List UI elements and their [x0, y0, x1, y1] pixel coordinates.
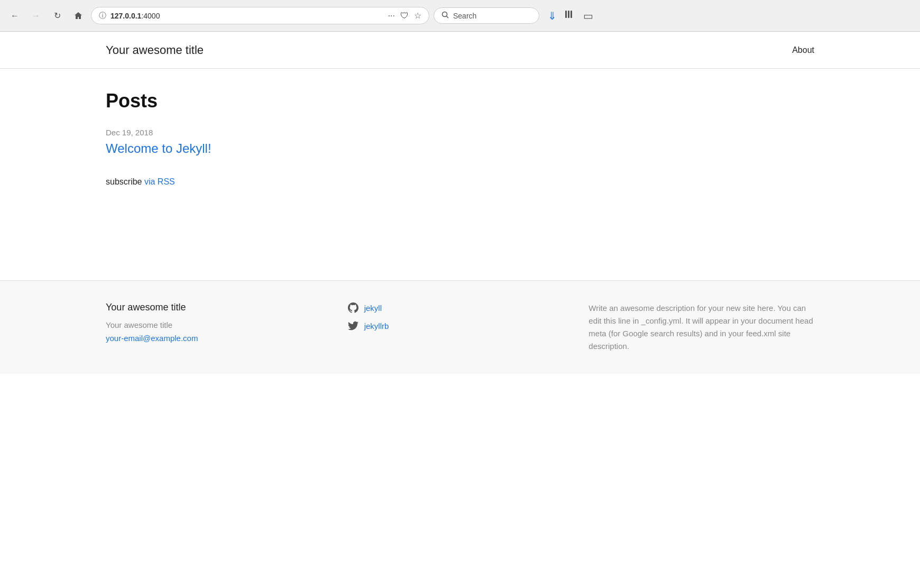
twitter-icon	[347, 320, 359, 332]
nav-about-link[interactable]: About	[792, 45, 814, 54]
site-header: Your awesome title About	[0, 32, 920, 69]
footer-col-2: jekyll jekyllrb	[347, 302, 573, 353]
footer-col-3: Write an awesome description for your ne…	[588, 302, 814, 353]
svg-line-1	[447, 16, 449, 19]
post-date: Dec 19, 2018	[106, 128, 814, 137]
pocket-icon[interactable]: 🛡	[400, 11, 409, 21]
github-link[interactable]: jekyll	[347, 302, 573, 314]
subscribe-label: subscribe	[106, 177, 142, 186]
sidebar-icon[interactable]: ▭	[583, 10, 593, 22]
twitter-label: jekyllrb	[364, 321, 389, 330]
svg-point-0	[443, 12, 447, 17]
footer-title: Your awesome title	[106, 302, 332, 313]
site-nav: About	[792, 45, 814, 55]
browser-chrome: ← → ↻ ⓘ 127.0.0.1:4000 ··· 🛡 ☆ Search ⇓	[0, 0, 920, 32]
address-bar-actions: ··· 🛡 ☆	[388, 11, 421, 21]
svg-rect-3	[568, 11, 569, 18]
reload-button[interactable]: ↻	[49, 7, 66, 24]
search-icon	[441, 11, 449, 20]
post-item: Dec 19, 2018 Welcome to Jekyll!	[106, 128, 814, 156]
library-icon[interactable]	[564, 8, 576, 23]
back-button[interactable]: ←	[6, 7, 23, 24]
site-main: Posts Dec 19, 2018 Welcome to Jekyll! su…	[0, 69, 920, 280]
forward-button[interactable]: →	[27, 7, 44, 24]
site-footer: Your awesome title Your awesome title yo…	[0, 280, 920, 374]
svg-rect-2	[565, 11, 567, 18]
footer-col-1: Your awesome title Your awesome title yo…	[106, 302, 332, 353]
site-title[interactable]: Your awesome title	[106, 43, 204, 57]
search-label: Search	[453, 12, 476, 20]
footer-description: Write an awesome description for your ne…	[588, 302, 814, 353]
download-icon[interactable]: ⇓	[548, 10, 557, 22]
posts-heading: Posts	[106, 90, 814, 112]
footer-email-link[interactable]: your-email@example.com	[106, 334, 198, 343]
twitter-link[interactable]: jekyllrb	[347, 320, 573, 332]
search-bar[interactable]: Search	[434, 7, 539, 24]
address-bar[interactable]: ⓘ 127.0.0.1:4000 ··· 🛡 ☆	[91, 7, 429, 24]
more-icon[interactable]: ···	[388, 11, 395, 21]
home-button[interactable]	[70, 7, 87, 24]
svg-rect-4	[571, 11, 572, 18]
browser-right-icons: ⇓ ▭	[548, 8, 593, 23]
url-text: 127.0.0.1:4000	[111, 12, 382, 20]
footer-subtitle: Your awesome title	[106, 320, 332, 329]
subscribe-line: subscribe via RSS	[106, 177, 814, 187]
post-title-link[interactable]: Welcome to Jekyll!	[106, 141, 211, 155]
github-label: jekyll	[364, 304, 382, 313]
info-icon: ⓘ	[99, 11, 106, 21]
rss-link[interactable]: via RSS	[144, 177, 175, 186]
github-icon	[347, 302, 359, 314]
star-icon[interactable]: ☆	[414, 11, 421, 21]
